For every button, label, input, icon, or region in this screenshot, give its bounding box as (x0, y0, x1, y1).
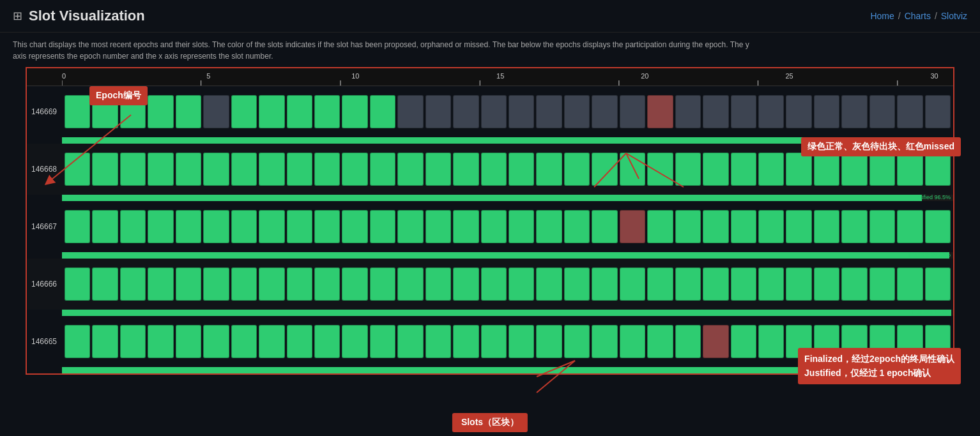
slot-block[interactable] (287, 210, 312, 243)
slot-block[interactable] (203, 210, 229, 243)
slot-block[interactable] (814, 210, 839, 243)
slot-block[interactable] (481, 153, 507, 186)
slot-block[interactable] (65, 153, 90, 186)
slot-block[interactable] (647, 153, 673, 186)
slot-block[interactable] (453, 210, 479, 243)
slot-block[interactable] (203, 95, 229, 128)
slot-block[interactable] (731, 210, 756, 243)
slot-block[interactable] (342, 210, 367, 243)
slot-block[interactable] (148, 325, 173, 358)
slot-block[interactable] (647, 95, 673, 128)
slot-block[interactable] (592, 267, 617, 301)
slot-block[interactable] (231, 153, 257, 186)
slot-block[interactable] (786, 95, 811, 128)
slot-block[interactable] (425, 325, 451, 358)
slot-block[interactable] (620, 95, 645, 128)
slot-block[interactable] (592, 95, 617, 128)
slot-block[interactable] (453, 325, 479, 358)
slot-block[interactable] (314, 267, 340, 301)
slot-block[interactable] (120, 267, 146, 301)
slot-block[interactable] (287, 267, 312, 301)
slot-block[interactable] (814, 95, 839, 128)
slot-block[interactable] (176, 325, 201, 358)
slot-block[interactable] (176, 210, 201, 243)
slot-block[interactable] (509, 267, 534, 301)
slot-block[interactable] (536, 267, 562, 301)
slot-block[interactable] (314, 325, 340, 358)
breadcrumb-home[interactable]: Home (870, 11, 894, 21)
slot-block[interactable] (287, 95, 312, 128)
slot-block[interactable] (65, 210, 90, 243)
slot-block[interactable] (65, 325, 90, 358)
slot-block[interactable] (869, 267, 895, 301)
slot-block[interactable] (758, 95, 784, 128)
slot-block[interactable] (148, 153, 173, 186)
slot-block[interactable] (786, 153, 811, 186)
slot-block[interactable] (259, 95, 284, 128)
slot-block[interactable] (203, 325, 229, 358)
slot-block[interactable] (259, 267, 284, 301)
slot-block[interactable] (120, 325, 146, 358)
slot-block[interactable] (92, 325, 118, 358)
slot-block[interactable] (397, 325, 423, 358)
slot-block[interactable] (592, 210, 617, 243)
slot-block[interactable] (314, 153, 340, 186)
slot-block[interactable] (592, 325, 617, 358)
slot-block[interactable] (620, 325, 645, 358)
slot-block[interactable] (120, 153, 146, 186)
slot-block[interactable] (231, 325, 257, 358)
slot-block[interactable] (536, 325, 562, 358)
slot-block[interactable] (425, 210, 451, 243)
slot-block[interactable] (148, 95, 173, 128)
slot-block[interactable] (925, 153, 951, 186)
slot-block[interactable] (203, 153, 229, 186)
slot-block[interactable] (703, 153, 728, 186)
slot-block[interactable] (620, 267, 645, 301)
slot-block[interactable] (925, 267, 951, 301)
slot-block[interactable] (370, 153, 395, 186)
slot-block[interactable] (703, 325, 728, 358)
slot-block[interactable] (731, 325, 756, 358)
slot-block[interactable] (841, 267, 867, 301)
slot-block[interactable] (287, 325, 312, 358)
slot-block[interactable] (841, 153, 867, 186)
slot-block[interactable] (675, 95, 701, 128)
slot-block[interactable] (869, 95, 895, 128)
slot-block[interactable] (925, 210, 951, 243)
slot-block[interactable] (314, 95, 340, 128)
slot-block[interactable] (481, 267, 507, 301)
slot-block[interactable] (786, 267, 811, 301)
slot-block[interactable] (259, 210, 284, 243)
slot-block[interactable] (731, 153, 756, 186)
slot-block[interactable] (370, 210, 395, 243)
slot-block[interactable] (481, 210, 507, 243)
slot-block[interactable] (509, 325, 534, 358)
slot-block[interactable] (425, 267, 451, 301)
slot-block[interactable] (897, 210, 923, 243)
slot-block[interactable] (148, 210, 173, 243)
slot-block[interactable] (259, 325, 284, 358)
slot-block[interactable] (758, 153, 784, 186)
slot-block[interactable] (731, 267, 756, 301)
slot-block[interactable] (814, 153, 839, 186)
slot-block[interactable] (65, 95, 90, 128)
slot-block[interactable] (536, 95, 562, 128)
slot-block[interactable] (92, 267, 118, 301)
slot-block[interactable] (370, 95, 395, 128)
slot-block[interactable] (897, 95, 923, 128)
slot-block[interactable] (758, 210, 784, 243)
slot-block[interactable] (231, 267, 257, 301)
slot-block[interactable] (481, 325, 507, 358)
slot-block[interactable] (176, 95, 201, 128)
slot-block[interactable] (869, 210, 895, 243)
slot-block[interactable] (231, 95, 257, 128)
slot-block[interactable] (397, 267, 423, 301)
slot-block[interactable] (814, 267, 839, 301)
slot-block[interactable] (897, 153, 923, 186)
slot-block[interactable] (342, 153, 367, 186)
slot-block[interactable] (397, 95, 423, 128)
slot-block[interactable] (620, 153, 645, 186)
slot-block[interactable] (259, 153, 284, 186)
slot-block[interactable] (231, 210, 257, 243)
slot-block[interactable] (841, 95, 867, 128)
